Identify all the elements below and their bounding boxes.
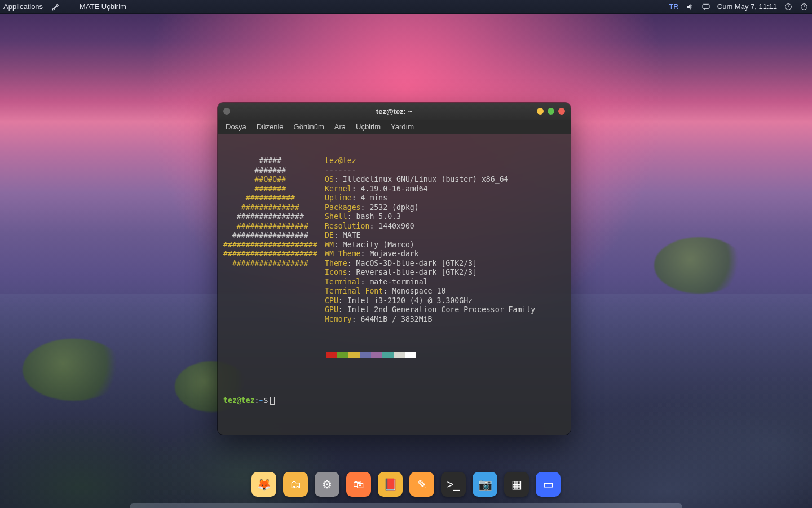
- shop-icon: 🛍: [353, 478, 364, 491]
- window-menu-dot[interactable]: [223, 108, 230, 115]
- active-window-title[interactable]: MATE Uçbirim: [80, 2, 126, 11]
- dock-app-settings[interactable]: ⚙: [315, 472, 339, 497]
- menu-terminal[interactable]: Uçbirim: [356, 122, 381, 131]
- color-swatch: [394, 352, 405, 358]
- dock-app-camera[interactable]: 📷: [473, 472, 497, 497]
- maximize-button[interactable]: [548, 108, 554, 115]
- color-swatch: [348, 352, 360, 358]
- wallpaper-moss: [23, 339, 124, 401]
- neofetch-system-info: tez@tez ------- OS: Illedelinux GNU/Linu…: [325, 156, 565, 324]
- neofetch-output: ##### ####### ##O#O## ####### ##########…: [223, 156, 565, 324]
- neofetch-ascii-logo: ##### ####### ##O#O## ####### ##########…: [223, 156, 325, 324]
- terminal-window[interactable]: tez@tez: ~ Dosya Düzenle Görünüm Ara Uçb…: [218, 103, 571, 435]
- menu-view[interactable]: Görünüm: [294, 122, 324, 131]
- svg-rect-0: [703, 4, 709, 8]
- files-icon: 🗂: [290, 478, 301, 491]
- color-swatch: [405, 352, 416, 358]
- menu-file[interactable]: Dosya: [226, 122, 246, 131]
- terminal-icon: >_: [447, 478, 460, 491]
- volume-icon[interactable]: [686, 2, 695, 11]
- menu-edit[interactable]: Düzenle: [257, 122, 284, 131]
- dock: 🦊🗂⚙🛍📕✎>_📷▦▭: [245, 468, 567, 500]
- color-swatch: [326, 352, 337, 358]
- camera-icon: 📷: [478, 478, 492, 491]
- terminal-titlebar[interactable]: tez@tez: ~: [218, 103, 571, 120]
- chat-icon[interactable]: [701, 2, 710, 11]
- cursor: [270, 397, 275, 405]
- office-icon: ▦: [511, 478, 522, 491]
- shell-prompt[interactable]: tez@tez:~$: [223, 396, 565, 406]
- dock-app-files[interactable]: 🗂: [283, 472, 308, 497]
- window-controls: [537, 108, 565, 115]
- top-panel: Applications MATE Uçbirim TR Cum May 7, …: [0, 0, 812, 14]
- dock-app-dash[interactable]: ▭: [536, 472, 561, 497]
- menu-search[interactable]: Ara: [334, 122, 346, 131]
- clock[interactable]: Cum May 7, 11:11: [717, 2, 777, 11]
- terminal-menubar: Dosya Düzenle Görünüm Ara Uçbirim Yardım: [218, 120, 571, 134]
- dock-app-firefox[interactable]: 🦊: [251, 472, 276, 497]
- prompt-user: tez@tez: [223, 396, 255, 405]
- menu-help[interactable]: Yardım: [391, 122, 414, 131]
- dock-app-office[interactable]: ▦: [504, 472, 529, 497]
- color-swatch: [371, 352, 382, 358]
- panel-divider: [70, 2, 70, 11]
- color-swatch: [382, 352, 394, 358]
- settings-icon: ⚙: [322, 478, 332, 491]
- books-icon: 📕: [383, 478, 398, 491]
- firefox-icon: 🦊: [257, 478, 271, 491]
- dock-reflection-strip: [130, 503, 682, 508]
- close-button[interactable]: [558, 108, 565, 115]
- color-swatch: [360, 352, 371, 358]
- wallpaper-moss: [654, 237, 744, 294]
- color-swatch: [337, 352, 348, 358]
- neofetch-color-swatches: [326, 352, 565, 358]
- notes-icon: ✎: [417, 478, 427, 491]
- dock-app-shop[interactable]: 🛍: [346, 472, 371, 497]
- terminal-body[interactable]: ##### ####### ##O#O## ####### ##########…: [218, 134, 571, 435]
- keyboard-layout-indicator[interactable]: TR: [669, 3, 679, 11]
- dock-app-terminal[interactable]: >_: [441, 472, 466, 497]
- prompt-symbol: $: [263, 396, 268, 405]
- applications-menu[interactable]: Applications: [3, 2, 43, 11]
- pen-icon[interactable]: [51, 2, 61, 12]
- dock-app-books[interactable]: 📕: [378, 472, 403, 497]
- clock-icon[interactable]: [784, 2, 793, 11]
- prompt-colon: :: [255, 396, 259, 405]
- terminal-title: tez@tez: ~: [376, 107, 412, 116]
- minimize-button[interactable]: [537, 108, 544, 115]
- dock-app-notes[interactable]: ✎: [409, 472, 434, 497]
- power-icon[interactable]: [800, 2, 809, 11]
- dash-icon: ▭: [543, 478, 554, 491]
